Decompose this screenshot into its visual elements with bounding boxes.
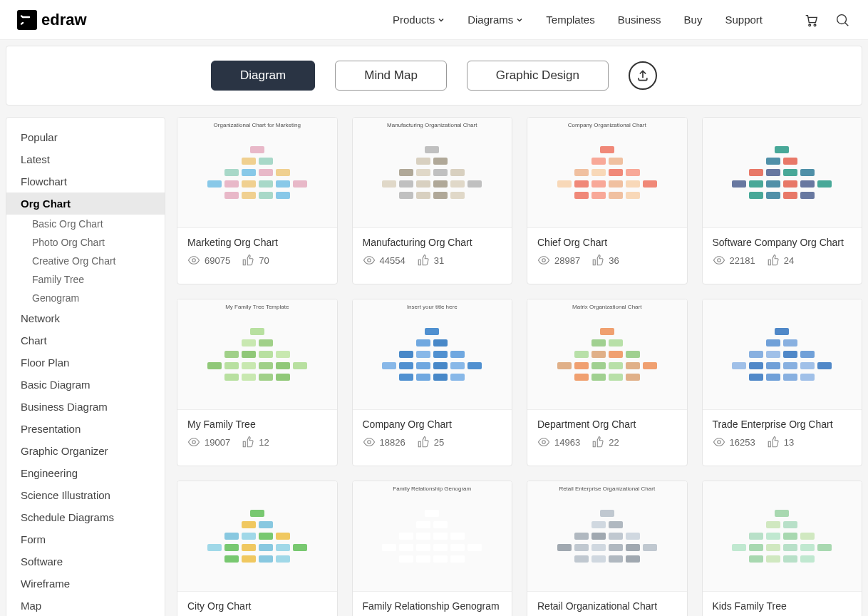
template-title: Marketing Org Chart bbox=[177, 228, 337, 254]
template-title: Chief Org Chart bbox=[527, 228, 687, 254]
template-thumbnail bbox=[703, 299, 862, 410]
nav-business[interactable]: Business bbox=[618, 14, 661, 26]
sidebar-subitem[interactable]: Creative Org Chart bbox=[6, 252, 165, 270]
template-thumbnail: Company Organizational Chart bbox=[527, 118, 687, 228]
template-thumbnail: Family Relationship Genogram bbox=[353, 481, 512, 592]
views-count: 28987 bbox=[537, 254, 580, 267]
template-meta: 1496322 bbox=[527, 436, 687, 458]
views-icon bbox=[363, 436, 376, 448]
template-title: Trade Enterprise Org Chart bbox=[703, 410, 862, 436]
sidebar-item[interactable]: Form bbox=[6, 528, 165, 550]
sidebar: PopularLatestFlowchartOrg ChartBasic Org… bbox=[6, 117, 165, 616]
template-thumbnail: My Family Tree Template bbox=[177, 299, 337, 410]
likes-icon bbox=[591, 254, 604, 267]
sidebar-subitem[interactable]: Genogram bbox=[6, 289, 165, 307]
logo[interactable]: edraw bbox=[17, 10, 87, 30]
sidebar-item[interactable]: Wireframe bbox=[6, 573, 165, 595]
likes-icon bbox=[591, 436, 604, 448]
cart-icon[interactable] bbox=[802, 11, 820, 29]
sidebar-subitem[interactable]: Family Tree bbox=[6, 270, 165, 289]
nav-products[interactable]: Products bbox=[393, 14, 445, 26]
sidebar-item[interactable]: Business Diagram bbox=[6, 396, 165, 418]
template-card[interactable]: Matrix Organizational ChartDepartment Or… bbox=[527, 299, 688, 466]
nav: Products Diagrams Templates Business Buy… bbox=[393, 11, 851, 29]
search-icon[interactable] bbox=[834, 11, 851, 29]
template-title: Manufacturing Org Chart bbox=[353, 228, 512, 254]
template-card[interactable]: Trade Enterprise Org Chart1625313 bbox=[702, 299, 863, 466]
template-thumbnail: Insert your title here bbox=[353, 299, 512, 410]
nav-support[interactable]: Support bbox=[725, 14, 763, 26]
svg-line-4 bbox=[845, 22, 849, 26]
sidebar-item[interactable]: Map bbox=[6, 595, 165, 616]
template-title: Company Org Chart bbox=[353, 410, 512, 436]
views-count: 18826 bbox=[363, 436, 405, 448]
views-count: 14963 bbox=[537, 436, 580, 448]
views-count: 22181 bbox=[713, 254, 755, 267]
template-card[interactable]: Family Relationship GenogramFamily Relat… bbox=[352, 481, 513, 616]
likes-count: 25 bbox=[417, 436, 444, 448]
template-card[interactable]: Insert your title hereCompany Org Chart1… bbox=[352, 299, 513, 466]
sidebar-item[interactable]: Basic Diagram bbox=[6, 374, 165, 396]
views-icon bbox=[363, 254, 376, 267]
likes-count: 22 bbox=[591, 436, 619, 448]
logo-icon bbox=[17, 10, 37, 30]
sidebar-item[interactable]: Chart bbox=[6, 329, 165, 351]
likes-count: 31 bbox=[417, 254, 444, 267]
svg-point-12 bbox=[717, 441, 720, 444]
tab-mindmap[interactable]: Mind Map bbox=[335, 61, 447, 91]
template-meta: 2218124 bbox=[703, 254, 862, 277]
sidebar-item[interactable]: Software bbox=[6, 550, 165, 573]
likes-count: 70 bbox=[242, 254, 269, 267]
template-card[interactable]: Company Organizational ChartChief Org Ch… bbox=[527, 117, 688, 284]
upload-icon bbox=[636, 68, 650, 83]
tab-bar: Diagram Mind Map Graphic Design bbox=[6, 46, 862, 106]
views-icon bbox=[187, 254, 200, 267]
sidebar-item[interactable]: Network bbox=[6, 307, 165, 329]
svg-point-7 bbox=[542, 259, 546, 262]
template-thumbnail: Manufacturing Organizational Chart bbox=[353, 118, 512, 228]
svg-point-3 bbox=[837, 14, 847, 24]
likes-icon bbox=[417, 254, 430, 267]
template-card[interactable]: Manufacturing Organizational ChartManufa… bbox=[352, 117, 513, 284]
sidebar-item[interactable]: Latest bbox=[6, 148, 165, 170]
template-title: Department Org Chart bbox=[527, 410, 687, 436]
upload-button[interactable] bbox=[629, 61, 657, 90]
template-meta: 1625313 bbox=[703, 436, 862, 458]
likes-icon bbox=[417, 436, 430, 448]
sidebar-item[interactable]: Presentation bbox=[6, 418, 165, 440]
template-card[interactable]: Software Company Org Chart2218124 bbox=[702, 117, 863, 284]
sidebar-item[interactable]: Org Chart bbox=[6, 192, 165, 215]
template-title: Kids Family Tree bbox=[703, 592, 862, 616]
sidebar-item[interactable]: Schedule Diagrams bbox=[6, 506, 165, 528]
tab-graphic-design[interactable]: Graphic Design bbox=[467, 61, 609, 91]
views-icon bbox=[537, 254, 550, 267]
template-card[interactable]: Retail Enterprise Organizational ChartRe… bbox=[527, 481, 688, 616]
sidebar-item[interactable]: Popular bbox=[6, 126, 165, 148]
sidebar-item[interactable]: Floor Plan bbox=[6, 351, 165, 374]
svg-point-8 bbox=[717, 259, 720, 262]
views-count: 69075 bbox=[187, 254, 230, 267]
nav-buy[interactable]: Buy bbox=[684, 14, 703, 26]
sidebar-item[interactable]: Science Illustration bbox=[6, 484, 165, 506]
tab-diagram[interactable]: Diagram bbox=[211, 61, 315, 91]
sidebar-item[interactable]: Flowchart bbox=[6, 170, 165, 192]
template-thumbnail: Retail Enterprise Organizational Chart bbox=[527, 481, 687, 592]
template-card[interactable]: Organizational Chart for MarketingMarket… bbox=[177, 117, 338, 284]
header: edraw Products Diagrams Templates Busine… bbox=[0, 0, 868, 40]
template-card[interactable]: Kids Family Tree1360426 bbox=[702, 481, 863, 616]
template-card[interactable]: My Family Tree TemplateMy Family Tree190… bbox=[177, 299, 338, 466]
template-grid: Organizational Chart for MarketingMarket… bbox=[177, 117, 862, 616]
views-count: 44554 bbox=[363, 254, 405, 267]
sidebar-item[interactable]: Engineering bbox=[6, 462, 165, 484]
template-title: Software Company Org Chart bbox=[703, 228, 862, 254]
likes-icon bbox=[767, 436, 780, 448]
nav-templates[interactable]: Templates bbox=[546, 14, 594, 26]
views-count: 19007 bbox=[187, 436, 230, 448]
sidebar-subitem[interactable]: Photo Org Chart bbox=[6, 233, 165, 252]
sidebar-item[interactable]: Graphic Organizer bbox=[6, 440, 165, 462]
nav-diagrams[interactable]: Diagrams bbox=[467, 14, 523, 26]
likes-icon bbox=[242, 254, 254, 267]
sidebar-subitem[interactable]: Basic Org Chart bbox=[6, 215, 165, 233]
template-card[interactable]: City Org Chart1418929 bbox=[177, 481, 338, 616]
template-title: Retail Organizational Chart bbox=[527, 592, 687, 616]
